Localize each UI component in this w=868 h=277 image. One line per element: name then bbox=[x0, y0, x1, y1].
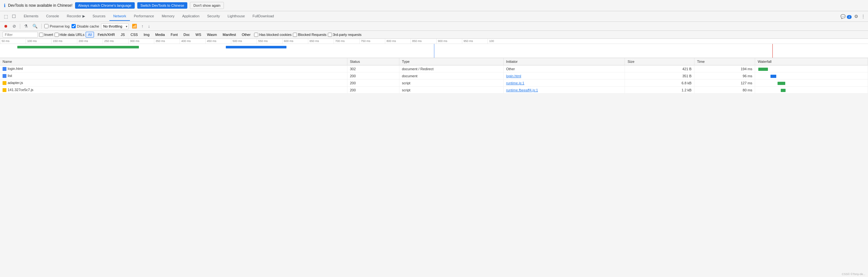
header-status[interactable]: Status bbox=[347, 58, 399, 65]
wifi-icon[interactable]: 📶 bbox=[130, 23, 138, 29]
banner-text: DevTools is now available in Chinese! bbox=[8, 3, 72, 8]
disable-cache-label[interactable]: Disable cache bbox=[71, 24, 99, 28]
export-icon[interactable]: ↓ bbox=[147, 23, 151, 29]
header-type[interactable]: Type bbox=[399, 58, 504, 65]
waterfall-bar bbox=[758, 68, 768, 71]
has-blocked-cookies-label[interactable]: Has blocked cookies bbox=[254, 33, 291, 37]
hide-data-urls-label[interactable]: Hide data URLs bbox=[55, 33, 85, 37]
filter-fetchxhr-button[interactable]: Fetch/XHR bbox=[95, 32, 117, 37]
filter-font-button[interactable]: Font bbox=[168, 32, 180, 37]
toolbar-separator-2 bbox=[41, 24, 42, 29]
header-initiator[interactable]: Initiator bbox=[503, 58, 625, 65]
table-row[interactable]: login.html302document / RedirectOther421… bbox=[0, 65, 868, 72]
tab-recorder[interactable]: Recorder ▶ bbox=[63, 12, 89, 21]
tl-label-450ms: 450 ms bbox=[205, 39, 231, 43]
invert-checkbox[interactable] bbox=[39, 33, 43, 37]
filter-all-button[interactable]: All bbox=[86, 32, 94, 37]
blocked-requests-checkbox[interactable] bbox=[293, 33, 297, 37]
tl-label-50ms: 50 ms bbox=[0, 39, 26, 43]
devtools-tabs: ⬚ ☐ Elements Console Recorder ▶ Sources … bbox=[0, 11, 868, 22]
header-waterfall[interactable]: Waterfall bbox=[755, 58, 868, 65]
tab-elements[interactable]: Elements bbox=[20, 12, 42, 21]
filter-img-button[interactable]: Img bbox=[142, 32, 152, 37]
tl-label-300ms: 300 ms bbox=[128, 39, 154, 43]
waterfall-cell bbox=[755, 65, 868, 72]
throttle-select[interactable]: No throttling Fast 3G Slow 3G Offline bbox=[101, 23, 129, 29]
tab-performance[interactable]: Performance bbox=[130, 12, 158, 21]
record-button[interactable]: ⏺ bbox=[3, 23, 9, 29]
tab-application[interactable]: Application bbox=[178, 12, 204, 21]
tab-lighthouse[interactable]: Lighthouse bbox=[224, 12, 249, 21]
import-icon[interactable]: ↑ bbox=[140, 23, 145, 29]
filter-doc-button[interactable]: Doc bbox=[181, 32, 192, 37]
tl-label-950ms: 950 ms bbox=[462, 39, 488, 43]
tab-network[interactable]: Network bbox=[110, 12, 130, 21]
clear-button[interactable]: ⊘ bbox=[11, 23, 17, 29]
filter-bar: Invert Hide data URLs All Fetch/XHR JS C… bbox=[0, 31, 868, 39]
blue-file-icon bbox=[3, 67, 6, 71]
preserve-log-label[interactable]: Preserve log bbox=[44, 24, 70, 28]
has-blocked-cookies-checkbox[interactable] bbox=[254, 33, 258, 37]
tab-icon-group: ⬚ ☐ bbox=[3, 11, 17, 22]
tab-sources[interactable]: Sources bbox=[89, 12, 110, 21]
third-party-requests-checkbox[interactable] bbox=[328, 33, 332, 37]
table-row[interactable]: 141.327ce5c7.js200scriptruntime.fbeeaff4… bbox=[0, 87, 868, 94]
third-party-requests-label[interactable]: 3rd-party requests bbox=[328, 33, 362, 37]
more-options-icon[interactable]: ⋮ bbox=[861, 14, 865, 19]
header-size[interactable]: Size bbox=[625, 58, 694, 65]
type-cell: script bbox=[399, 80, 504, 87]
tl-label-100ms: 100 ms bbox=[26, 39, 51, 43]
filter-icon[interactable]: ⚗ bbox=[23, 23, 29, 29]
hide-data-urls-checkbox[interactable] bbox=[55, 33, 59, 37]
switch-to-chinese-button[interactable]: Switch DevTools to Chinese bbox=[137, 2, 187, 9]
initiator-cell[interactable]: runtime.js:1 bbox=[503, 80, 625, 87]
header-time[interactable]: Time bbox=[694, 58, 755, 65]
tl-label-750ms: 750 ms bbox=[359, 39, 385, 43]
tab-memory[interactable]: Memory bbox=[158, 12, 178, 21]
device-toolbar-icon[interactable]: ☐ bbox=[10, 13, 17, 20]
initiator-link[interactable]: runtime.fbeeaff4.js:1 bbox=[506, 88, 538, 92]
always-match-language-button[interactable]: Always match Chrome's language bbox=[75, 2, 135, 9]
initiator-cell[interactable]: runtime.fbeeaff4.js:1 bbox=[503, 87, 625, 94]
tab-security[interactable]: Security bbox=[204, 12, 224, 21]
filter-input[interactable] bbox=[3, 32, 38, 37]
timeline-bars bbox=[0, 44, 868, 58]
preserve-log-checkbox[interactable] bbox=[44, 24, 49, 28]
blue-file-icon bbox=[3, 74, 6, 78]
type-cell: document / Redirect bbox=[399, 65, 504, 72]
invert-label[interactable]: Invert bbox=[39, 33, 53, 37]
feedback-icon[interactable]: 💬 2 bbox=[840, 14, 851, 19]
time-cell: 194 ms bbox=[694, 65, 755, 72]
table-row[interactable]: adapter.js200scriptruntime.js:16.8 kB127… bbox=[0, 80, 868, 87]
disable-cache-checkbox[interactable] bbox=[71, 24, 76, 28]
tab-console[interactable]: Console bbox=[42, 12, 63, 21]
initiator-link[interactable]: runtime.js:1 bbox=[506, 81, 524, 85]
toolbar-separator-1 bbox=[20, 24, 20, 29]
tl-label-900ms: 900 ms bbox=[436, 39, 462, 43]
tl-label-650ms: 650 ms bbox=[308, 39, 334, 43]
filter-manifest-button[interactable]: Manifest bbox=[220, 32, 238, 37]
filter-wasm-button[interactable]: Wasm bbox=[205, 32, 219, 37]
tl-label-250ms: 250 ms bbox=[103, 39, 128, 43]
inspect-element-icon[interactable]: ⬚ bbox=[3, 13, 9, 20]
header-name[interactable]: Name bbox=[0, 58, 347, 65]
filter-ws-button[interactable]: WS bbox=[193, 32, 204, 37]
tab-fulldownload[interactable]: FullDownload bbox=[249, 12, 278, 21]
filter-media-button[interactable]: Media bbox=[153, 32, 167, 37]
language-banner: ℹ DevTools is now available in Chinese! … bbox=[0, 0, 868, 11]
settings-icon[interactable]: ⚙ bbox=[854, 14, 858, 19]
table-row[interactable]: list200documentlogin.html351 B96 ms bbox=[0, 72, 868, 80]
initiator-link[interactable]: login.html bbox=[506, 74, 521, 78]
dont-show-again-button[interactable]: Don't show again bbox=[190, 2, 224, 9]
filter-js-button[interactable]: JS bbox=[118, 32, 127, 37]
filter-other-button[interactable]: Other bbox=[240, 32, 253, 37]
size-cell: 421 B bbox=[625, 65, 694, 72]
search-icon[interactable]: 🔍 bbox=[31, 23, 39, 29]
blocked-requests-label[interactable]: Blocked Requests bbox=[293, 33, 327, 37]
network-toolbar: ⏺ ⊘ ⚗ 🔍 Preserve log Disable cache No th… bbox=[0, 22, 868, 31]
filter-css-button[interactable]: CSS bbox=[128, 32, 140, 37]
tl-label-850ms: 850 ms bbox=[411, 39, 436, 43]
throttle-wrapper: No throttling Fast 3G Slow 3G Offline bbox=[101, 23, 129, 29]
initiator-cell[interactable]: login.html bbox=[503, 72, 625, 80]
file-name: adapter.js bbox=[8, 81, 23, 85]
